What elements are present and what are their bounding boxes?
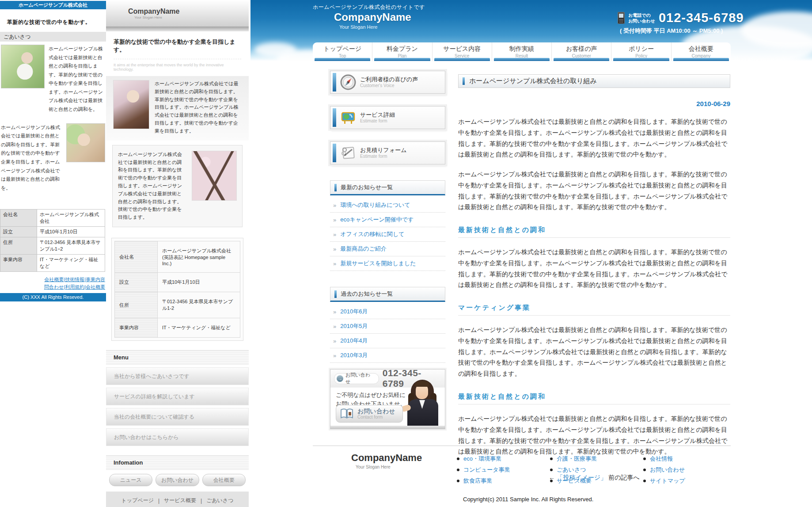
- footer-link[interactable]: サイトマップ: [650, 477, 685, 485]
- archive-item-march[interactable]: » 2010年3月: [330, 348, 445, 363]
- table-row: 住所 〒012-3456 見本県見本市サンプル1−2: [0, 237, 105, 255]
- company-logo-icon: [330, 453, 347, 472]
- news-link[interactable]: 最新商品のご紹介: [340, 245, 387, 253]
- footer-link-sitemap[interactable]: サイトマップ: [643, 477, 736, 485]
- footer-link[interactable]: お問い合わせ: [650, 466, 685, 474]
- footer-link[interactable]: コンピュータ事業: [463, 466, 510, 474]
- footer-link-business[interactable]: 事業内容: [86, 277, 105, 282]
- archive-link[interactable]: 2010年3月: [340, 351, 368, 359]
- row-label: 設立: [0, 227, 37, 237]
- menu-item-company[interactable]: 当社の会社概要について確認する: [106, 408, 249, 426]
- footer-link[interactable]: 会社情報: [650, 455, 673, 463]
- photo-woman-park: [1, 45, 45, 88]
- menu-item-greeting[interactable]: 当社から皆様へごあいさつです: [106, 367, 249, 385]
- nav-item-plan[interactable]: 料金プラン Plan: [372, 42, 432, 61]
- nav-sublabel: Policy: [611, 53, 671, 58]
- nav-item-customer[interactable]: お客様の声 Customer: [551, 42, 611, 61]
- news-item-eco-campaign[interactable]: » ecoキャンペーン開催中です: [330, 213, 445, 227]
- header-phone-block: お電話での お問い合わせ 012-345-6789: [618, 11, 744, 25]
- footer-link[interactable]: ごあいさつ: [557, 466, 586, 474]
- footer-link-top[interactable]: トップページ: [121, 497, 154, 504]
- footer-link-contact[interactable]: お問い合わせ: [643, 466, 736, 474]
- archive-item-june[interactable]: » 2010年6月: [330, 305, 445, 319]
- article-column: ホームページサンプル株式会社の取り組み 2010-06-29 ホームページサンプ…: [458, 74, 730, 482]
- nav-label: トップページ: [313, 45, 372, 53]
- menu-item-service[interactable]: サービスの詳細を解説しています: [106, 388, 249, 405]
- left-site-copyright: (C) XXX All Rights Reseved.: [0, 293, 106, 301]
- article-subheading: 最新技術と自然との調和: [458, 393, 730, 404]
- nav-item-company[interactable]: 会社概要 Company: [671, 42, 731, 61]
- footer-link[interactable]: 介護・医療事業: [557, 455, 597, 463]
- footer-link-company[interactable]: 会社概要: [44, 277, 64, 282]
- banner-estimate-form[interactable]: お見積りフォーム Estimate form: [330, 141, 445, 164]
- mid-site-footer-links: トップページ | サービス概要 | ごあいさつ: [106, 492, 249, 507]
- row-label: 住所: [115, 292, 158, 318]
- footer-link-terms[interactable]: 利用規約: [65, 284, 84, 290]
- archive-list-heading: 過去のお知らせ一覧: [330, 287, 445, 302]
- archive-link[interactable]: 2010年5月: [340, 322, 368, 330]
- nav-sublabel: Customer: [552, 53, 611, 58]
- footer-link-greeting[interactable]: ごあいさつ: [550, 466, 643, 474]
- row-label: 住所: [0, 237, 37, 255]
- mid-site-logo[interactable]: CompanyName Your Slogan Here: [106, 0, 249, 27]
- footer-link-service[interactable]: サービス概要: [164, 497, 196, 504]
- archive-item-april[interactable]: » 2010年4月: [330, 334, 445, 348]
- nav-item-top[interactable]: トップページ Top: [313, 42, 372, 61]
- nav-label: お客様の声: [552, 45, 611, 53]
- nav-item-policy[interactable]: ポリシー Policy: [611, 42, 671, 61]
- heading-accent-bar: [334, 184, 337, 191]
- heading-accent-bar: [334, 290, 337, 298]
- screenshot-canvas: ホームページサンプル株式会社 革新的な技術で世の中を動かす。 ごあいさつ ホーム…: [0, 0, 812, 507]
- footer-link-contact[interactable]: 問合わせ: [44, 284, 64, 290]
- banner-service-detail[interactable]: サービス詳細 Estimate form: [330, 106, 445, 129]
- banner-customers-voice[interactable]: ご利用者様の喜びの声 Customer's Voice: [330, 71, 445, 94]
- news-item-office-move[interactable]: » オフィスの移転に関して: [330, 227, 445, 242]
- archive-item-may[interactable]: » 2010年5月: [330, 319, 445, 334]
- photo-woman-portrait: [113, 80, 149, 129]
- news-item-new-service[interactable]: » 新規サービスを開始しました: [330, 256, 445, 271]
- news-link[interactable]: 環境への取り組みについて: [340, 201, 410, 209]
- nav-label: サービス内容: [433, 45, 492, 53]
- news-button[interactable]: ニュース: [109, 474, 152, 486]
- table-row: 事業内容 IT・マーケティング・福祉など: [115, 318, 240, 338]
- footer-link-eco[interactable]: eco・環境事業: [457, 455, 550, 463]
- footer-link-care[interactable]: 介護・医療事業: [550, 455, 643, 463]
- contact-form-button[interactable]: お問い合わせ Contact form: [336, 405, 403, 423]
- footer-link[interactable]: 飲食店事業: [463, 477, 492, 485]
- main-site-logo[interactable]: CompanyName Your Slogan Here: [314, 11, 411, 30]
- contact-button[interactable]: お問い合わせ: [156, 474, 199, 486]
- footer-link-company-info[interactable]: 会社情報: [643, 455, 736, 463]
- footer-link-overview[interactable]: 会社概要: [86, 284, 105, 290]
- nav-item-result[interactable]: 制作実績 Result: [492, 42, 551, 61]
- header-divider: [106, 27, 249, 31]
- footer-link-greeting[interactable]: ごあいさつ: [206, 497, 233, 504]
- footer-link[interactable]: eco・環境事業: [463, 455, 501, 463]
- news-item-new-product[interactable]: » 最新商品のご紹介: [330, 242, 445, 256]
- news-link[interactable]: オフィスの移転に関して: [340, 230, 404, 238]
- heading-text: 最新のお知らせ一覧: [341, 183, 393, 191]
- news-link[interactable]: ecoキャンペーン開催中です: [340, 216, 414, 224]
- archive-link[interactable]: 2010年6月: [340, 308, 368, 316]
- footer-link[interactable]: サービス概要: [557, 477, 592, 485]
- archive-link[interactable]: 2010年4月: [340, 337, 368, 345]
- news-item-environment[interactable]: » 環境への取り組みについて: [330, 198, 445, 213]
- site-description-text: ホームページサンプル株式会社のサイトです: [313, 4, 425, 11]
- footer-link-service[interactable]: サービス概要: [550, 477, 643, 485]
- news-link[interactable]: 新規サービスを開始しました: [340, 259, 416, 267]
- menu-item-contact[interactable]: お問い合わせはこちらから: [106, 428, 249, 446]
- nav-item-service[interactable]: サービス内容 Service: [432, 42, 492, 61]
- information-heading: Infomation: [106, 455, 249, 470]
- chevron-right-icon: »: [333, 202, 336, 209]
- footer-link-tech[interactable]: 技術情報: [65, 277, 84, 282]
- contact-badge[interactable]: → お問い合わせ: [334, 373, 379, 384]
- company-button[interactable]: 会社概要: [202, 474, 246, 486]
- footer-link-computer[interactable]: コンピュータ事業: [457, 466, 550, 474]
- bullet-icon: [457, 480, 459, 482]
- footer-link-restaurant[interactable]: 飲食店事業: [457, 477, 550, 485]
- article-paragraph: ホームページサンプル株式会社では最新技術と自然との調和を目指します。革新的な技術…: [458, 324, 730, 379]
- banner-title: お見積りフォーム: [360, 147, 407, 154]
- row-value: ホームページサンプル株式会社 (英語表記 Homepage sample Inc…: [158, 241, 240, 273]
- footer-logo[interactable]: CompanyName Your Slogan Here: [330, 453, 422, 472]
- article-title: ホームページサンプル株式会社の取り組み: [469, 77, 597, 85]
- banner-subtitle: Customer's Voice: [360, 83, 418, 88]
